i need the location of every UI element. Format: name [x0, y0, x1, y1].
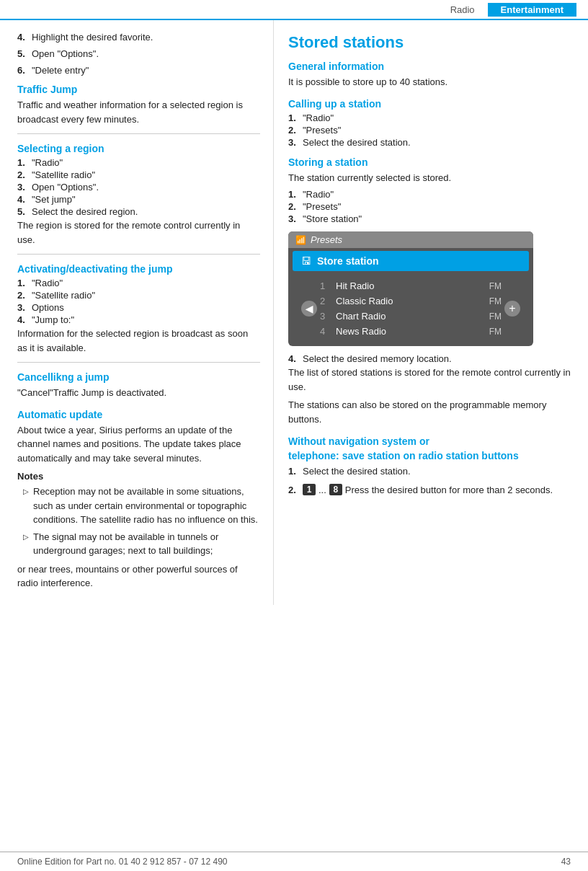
intro-items: 4. Highlight the desired favorite. 5. Op…	[17, 30, 260, 78]
storing-heading: Storing a station	[288, 156, 571, 168]
left-column: 4. Highlight the desired favorite. 5. Op…	[0, 20, 274, 605]
without-nav-heading: Without navigation system ortelephone: s…	[288, 435, 571, 463]
page-number: 43	[561, 857, 571, 867]
list-item: 3. Select the desired station.	[288, 137, 571, 148]
main-content: 4. Highlight the desired favorite. 5. Op…	[0, 20, 588, 605]
selecting-region-note: The region is stored for the remote cont…	[17, 218, 260, 247]
after-screen-text1: The list of stored stations is stored fo…	[288, 366, 571, 394]
presets-titlebar: 📶 Presets	[288, 231, 533, 248]
wifi-icon: 📶	[295, 235, 306, 245]
notes-list: Reception may not be available in some s…	[17, 485, 260, 558]
activating-list: 1. "Radio" 2. "Satellite radio" 3. Optio…	[17, 278, 260, 325]
list-item: 2. "Satellite radio"	[17, 169, 260, 180]
page-header: Radio Entertainment	[0, 0, 588, 20]
list-item: 2 Classic Radio FM	[317, 293, 504, 309]
selecting-region-list: 1. "Radio" 2. "Satellite radio" 3. Open …	[17, 157, 260, 217]
general-information-heading: General information	[288, 61, 571, 72]
list-item: 3 Chart Radio FM	[317, 309, 504, 324]
stored-stations-heading: Stored stations	[288, 33, 571, 52]
badge-text: Press the desired button for more than 2…	[345, 485, 553, 495]
list-item: The signal may not be available in tunne…	[23, 530, 260, 558]
next-button[interactable]: +	[504, 301, 520, 317]
list-item: 4. "Jump to:"	[17, 314, 260, 325]
presets-nav: ◀ 1 Hit Radio FM 2 Classic Radio FM	[294, 275, 527, 342]
page-footer: Online Edition for Part no. 01 40 2 912 …	[0, 852, 588, 871]
list-item: 4. Select the desired memory location.	[288, 353, 571, 364]
store-station-label: Store station	[317, 255, 379, 267]
item-text: Highlight the desired favorite.	[32, 30, 153, 45]
presets-list: ◀ 1 Hit Radio FM 2 Classic Radio FM	[288, 274, 533, 346]
list-item: 2. "Presets"	[288, 201, 571, 212]
badge-8: 8	[329, 484, 342, 495]
item-text: "Delete entry"	[32, 63, 89, 79]
right-column: Stored stations General information It i…	[274, 20, 588, 605]
list-item: 6. "Delete entry"	[17, 63, 260, 79]
list-item: 4. "Set jump"	[17, 194, 260, 205]
notes-label: Notes	[17, 471, 260, 482]
store-icon: 🖫	[301, 255, 311, 267]
footer-center: Online Edition for Part no. 01 40 2 912 …	[17, 857, 228, 867]
automatic-update-heading: Automatic update	[17, 409, 260, 420]
list-item: 2. "Presets"	[288, 125, 571, 136]
traffic-jump-text: Traffic and weather information for a se…	[17, 98, 260, 126]
store-station-row: 🖫 Store station	[293, 251, 529, 271]
list-item: 1. Select the desired station.	[288, 466, 571, 477]
item-num: 4.	[17, 30, 29, 45]
tab-radio[interactable]: Radio	[437, 3, 488, 17]
calling-up-list: 1. "Radio" 2. "Presets" 3. Select the de…	[288, 112, 571, 148]
list-item: 4 News Radio FM	[317, 324, 504, 339]
general-information-text: It is possible to store up to 40 station…	[288, 75, 571, 89]
list-item: 2. 1 ... 8 Press the desired button for …	[288, 479, 571, 500]
after-screen-text2: The stations can also be stored on the p…	[288, 398, 571, 426]
badge-row: 1 ... 8 Press the desired button for mor…	[303, 484, 553, 495]
activating-note: Information for the selected region is b…	[17, 327, 260, 355]
list-item: 4. Highlight the desired favorite.	[17, 30, 260, 45]
continued-text: or near trees, mountains or other powerf…	[17, 562, 260, 591]
automatic-update-text: About twice a year, Sirius performs an u…	[17, 423, 260, 466]
list-item: 1. "Radio"	[17, 157, 260, 168]
traffic-jump-heading: Traffic Jump	[17, 84, 260, 95]
item-num: 6.	[17, 63, 29, 79]
list-item: 3. Options	[17, 302, 260, 313]
list-item: 3. "Store station"	[288, 213, 571, 224]
storing-list: 1. "Radio" 2. "Presets" 3. "Store statio…	[288, 189, 571, 224]
tab-entertainment[interactable]: Entertainment	[488, 3, 576, 17]
list-item: Reception may not be available in some s…	[23, 485, 260, 527]
activating-heading: Activating/deactivating the jump	[17, 263, 260, 275]
item-num: 5.	[17, 47, 29, 62]
list-item: 1 Hit Radio FM	[317, 278, 504, 293]
list-item: 1. "Radio"	[288, 112, 571, 123]
presets-title: Presets	[311, 234, 342, 245]
list-item: 1. "Radio"	[288, 189, 571, 200]
selecting-region-heading: Selecting a region	[17, 143, 260, 154]
badge-1: 1	[303, 484, 316, 495]
cancellikng-heading: Cancellikng a jump	[17, 371, 260, 383]
presets-screen: 📶 Presets 🖫 Store station ◀ 1 Hit Radio …	[288, 231, 533, 346]
list-item: 1. "Radio"	[17, 278, 260, 288]
list-item: 5. Open "Options".	[17, 47, 260, 62]
header-tabs: Radio Entertainment	[437, 3, 576, 17]
item-text: Open "Options".	[32, 47, 99, 62]
prev-button[interactable]: ◀	[301, 301, 317, 317]
cancellikng-text: "Cancel"Traffic Jump is deactivated.	[17, 386, 260, 400]
badge-dots: ...	[318, 485, 326, 495]
calling-up-heading: Calling up a station	[288, 98, 571, 110]
list-item: 5. Select the desired region.	[17, 206, 260, 217]
list-item: 2. "Satellite radio"	[17, 290, 260, 301]
storing-text: The station currently selected is stored…	[288, 171, 571, 185]
list-item: 3. Open "Options".	[17, 182, 260, 193]
